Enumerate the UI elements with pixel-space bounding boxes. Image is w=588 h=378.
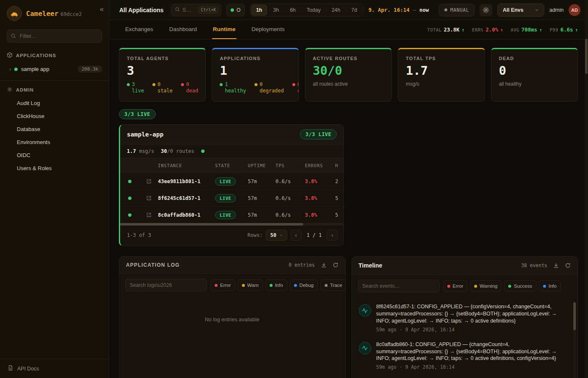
timeline-filter-chip[interactable]: Warning (470, 280, 501, 292)
sidebar-admin-item[interactable]: Environments (0, 136, 109, 149)
refresh-events-button[interactable] (565, 262, 571, 268)
time-range-button[interactable]: 7d (346, 5, 362, 16)
sidebar-admin-item[interactable]: ClickHouse (0, 110, 109, 123)
tab[interactable]: Deployments (251, 20, 286, 39)
sidebar-admin-item[interactable]: OIDC (0, 149, 109, 162)
download-logs-button[interactable] (321, 262, 327, 268)
online-indicator[interactable]: O (226, 4, 244, 16)
api-docs-link[interactable]: API Docs (0, 359, 109, 378)
log-search-input[interactable] (125, 279, 207, 291)
horizontal-scrollbar-thumb[interactable] (120, 223, 303, 226)
external-link-icon[interactable] (139, 178, 158, 184)
next-page-button[interactable]: › (327, 230, 338, 241)
sidebar-filter (7, 29, 102, 43)
timeline-filter-chip[interactable]: Error (443, 280, 468, 292)
col-extra: H (335, 163, 344, 168)
time-range-button[interactable]: Today (302, 5, 326, 16)
sidebar-admin-item[interactable]: Audit Log (0, 97, 109, 110)
external-link-icon[interactable] (139, 212, 158, 218)
level-dot (325, 284, 328, 287)
stat-card-dead: DEAD 0 all healthy (491, 48, 578, 102)
gear-icon (7, 87, 13, 93)
timeline-toolbar: Error Warning Success (352, 275, 578, 297)
log-filter-chip[interactable]: Warn (238, 279, 263, 291)
timeline-events-list: 8f6245c61d57-1: CONFIG_APPLIED — {config… (352, 297, 578, 378)
page-scrollbar-thumb[interactable] (585, 39, 588, 74)
tab[interactable]: Runtime (212, 20, 236, 39)
timeline-event[interactable]: 43ee9811b801-1: CONFIG_APPLIED — {change… (358, 374, 572, 378)
dead-dot (181, 83, 184, 86)
instance-row[interactable]: 8f6245c61d57-1 LIVE 57m 0.6/s 3.8% 5 (120, 189, 344, 206)
search-placeholder-text: S… (182, 7, 192, 13)
tab[interactable]: Dashboard (168, 20, 198, 39)
timeline-filter-chip[interactable]: Info (539, 280, 561, 292)
instance-status-dot (128, 213, 131, 217)
time-range-button[interactable]: 1h (251, 5, 268, 16)
level-dot (543, 285, 546, 288)
critical-dot (292, 83, 295, 86)
refresh-mode-button[interactable]: MANUAL (439, 4, 475, 16)
collapse-sidebar-button[interactable]: « (100, 5, 104, 13)
tab[interactable]: Exchanges (124, 20, 154, 39)
rows-per-page-label: Rows: (247, 232, 262, 238)
stat-breakdown: 3 live 0 stale 0 dead (127, 81, 198, 94)
sidebar-admin-item[interactable]: Database (0, 123, 109, 136)
time-range-button[interactable]: 6h (285, 5, 301, 16)
environment-select[interactable]: All Envs (497, 3, 544, 17)
level-dot (270, 284, 273, 287)
time-range-button[interactable]: 3h (268, 5, 284, 16)
log-filter-chip[interactable]: Trace (320, 279, 346, 291)
instance-row[interactable]: 43ee9811b801-1 LIVE 57m 0.6/s 3.8% 2 (120, 173, 344, 189)
uptime-cell: 57m (248, 178, 276, 184)
live-summary-badge: 3/3 LIVE (119, 109, 156, 119)
stale-dot (152, 83, 155, 86)
timeline-scrollbar-thumb[interactable] (573, 302, 576, 330)
log-filter-chip[interactable]: Debug (290, 279, 318, 291)
tps-value: 1.7 (127, 148, 136, 154)
instance-row[interactable]: 8c0affadb860-1 LIVE 57m 0.6/s 3.8% 5 (120, 206, 344, 223)
log-filter-chip[interactable]: Info (265, 279, 287, 291)
chevron-down-icon (535, 8, 539, 12)
level-dot (447, 285, 450, 288)
date-range-display[interactable]: 9. Apr. 16:14 — now (368, 7, 429, 13)
sample-app-label: sample app (21, 66, 49, 72)
user-name: admin (549, 7, 564, 13)
timeline-search-input[interactable] (358, 280, 440, 292)
sidebar-filter-input[interactable] (7, 29, 102, 43)
stat-card-title: ACTIVE ROUTES (313, 56, 384, 61)
state-badge: LIVE (215, 211, 236, 219)
time-range-button[interactable]: 24h (326, 5, 345, 16)
refresh-logs-button[interactable] (333, 262, 339, 268)
range-from: 9. Apr. 16:14 (368, 7, 410, 13)
download-events-button[interactable] (553, 262, 559, 268)
applications-section-header: APPLICATIONS (0, 48, 109, 62)
range-to: now (420, 7, 429, 13)
global-search[interactable]: S… Ctrl+K (171, 4, 221, 16)
sidebar-item-sample-app[interactable]: › sample app 208.3k (0, 62, 109, 76)
status-dot (14, 68, 18, 71)
extra-cell: 5 (335, 195, 344, 201)
online-dot (231, 8, 234, 12)
timeline-event[interactable]: 8f6245c61d57-1: CONFIG_APPLIED — {config… (358, 299, 572, 337)
trend-up-icon: ↑ (500, 27, 503, 33)
row-range-label: 1-3 of 3 (127, 232, 151, 238)
rows-per-page-select[interactable]: 50 (266, 230, 287, 241)
col-errors: ERRORS (305, 163, 335, 168)
timeline-event[interactable]: 8c0affadb860-1: CONFIG_APPLIED — {change… (358, 337, 572, 375)
theme-toggle-button[interactable] (480, 4, 492, 16)
timeline-filter-chip[interactable]: Success (504, 280, 536, 292)
sidebar-admin-item[interactable]: Users & Roles (0, 162, 109, 175)
admin-section-header: ADMIN (0, 82, 109, 97)
instances-table: INSTANCE STATE UPTIME TPS ERRORS H (120, 158, 344, 226)
instance-id: 8f6245c61d57-1 (158, 195, 215, 201)
errors-cell: 3.8% (305, 195, 335, 201)
avatar[interactable]: AD (569, 4, 580, 16)
level-dot (215, 284, 218, 287)
range-separator: — (413, 7, 416, 13)
breakdown-dead: 0 dead (181, 81, 198, 94)
log-filter-chip[interactable]: Error (210, 279, 235, 291)
external-link-icon[interactable] (139, 195, 158, 201)
level-dot (294, 284, 297, 287)
application-log-panel: APPLICATION LOG 0 entries (119, 256, 346, 378)
prev-page-button[interactable]: ‹ (291, 230, 302, 241)
